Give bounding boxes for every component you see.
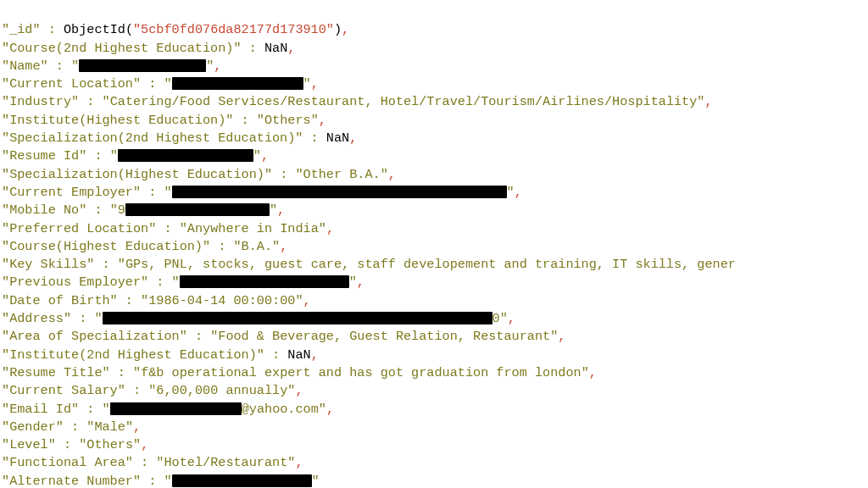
doc-line: "Area of Specialization" : "Food & Bever…: [2, 328, 868, 346]
doc-line: "Resume Title" : "f&b operational expert…: [2, 364, 868, 382]
doc-line: "Date of Birth" : "1986-04-14 00:00:00",: [2, 292, 868, 310]
doc-line: "Course(2nd Highest Education)" : NaN,: [2, 40, 868, 58]
doc-line: "Address" : "0",: [2, 310, 868, 328]
doc-line: "Functional Area" : "Hotel/Restaurant",: [2, 454, 868, 472]
doc-line: "Institute(2nd Highest Education)" : NaN…: [2, 347, 868, 364]
doc-line: "Specialization(2nd Highest Education)" …: [2, 130, 868, 147]
mongo-document: "_id" : ObjectId("5cbf0fd076da82177d1739…: [0, 0, 868, 488]
doc-line: "Current Salary" : "6,00,000 annually",: [2, 382, 868, 400]
doc-line: "Institute(Highest Education)" : "Others…: [2, 112, 868, 130]
doc-line: "Email Id" : "@yahoo.com",: [2, 401, 868, 419]
doc-line: "Alternate Number" : "": [2, 473, 868, 488]
doc-line: "Preferred Location" : "Anywhere in Indi…: [2, 220, 868, 238]
doc-line: "Previous Employer" : "",: [2, 274, 868, 291]
doc-line: "Current Employer" : "",: [2, 184, 868, 202]
doc-line: "Resume Id" : "",: [2, 147, 868, 165]
doc-line: "Name" : "",: [2, 58, 868, 75]
doc-line: "Mobile No" : "9",: [2, 202, 868, 219]
doc-line: "Gender" : "Male",: [2, 419, 868, 436]
doc-line: "Specialization(Highest Education)" : "O…: [2, 166, 868, 184]
doc-line: "Course(Highest Education)" : "B.A.",: [2, 238, 868, 256]
document-lines: "_id" : ObjectId("5cbf0fd076da82177d1739…: [2, 21, 868, 488]
doc-line: "Key Skills" : "GPs, PNL, stocks, guest …: [2, 256, 868, 274]
doc-line: "_id" : ObjectId("5cbf0fd076da82177d1739…: [2, 21, 868, 39]
doc-line: "Industry" : "Catering/Food Services/Res…: [2, 93, 868, 111]
doc-line: "Current Location" : "",: [2, 75, 868, 93]
doc-line: "Level" : "Others",: [2, 436, 868, 454]
